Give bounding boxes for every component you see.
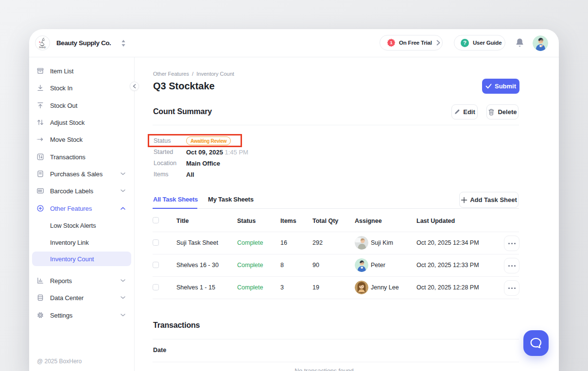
svg-text:beauty: beauty (39, 46, 47, 49)
